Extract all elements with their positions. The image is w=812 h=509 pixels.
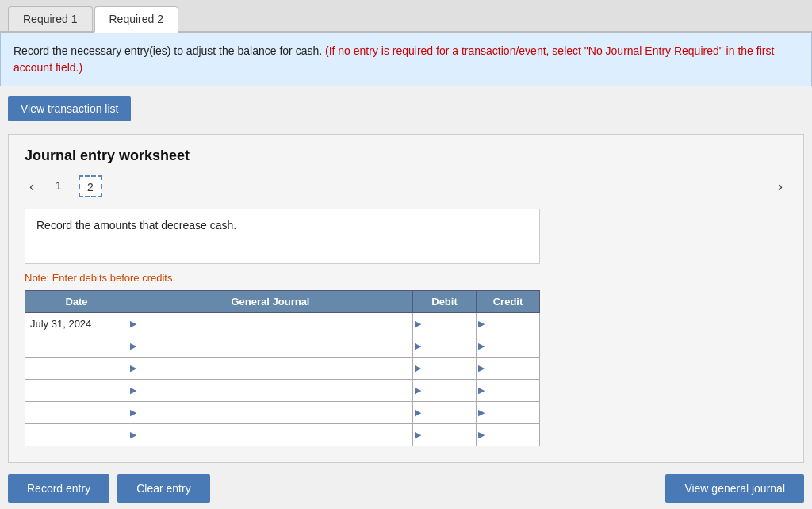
cell-arrow-icon: ▶ xyxy=(413,430,421,440)
journal-input-5[interactable] xyxy=(136,426,412,444)
debit-input-5[interactable] xyxy=(421,426,476,444)
journal-cell-4[interactable]: ▶ xyxy=(128,402,413,424)
cell-arrow-icon: ▶ xyxy=(413,385,421,396)
view-general-journal-button[interactable]: View general journal xyxy=(665,474,804,503)
cell-arrow-icon: ▶ xyxy=(413,363,421,373)
table-row: ▶▶▶ xyxy=(25,424,540,446)
date-cell-0: July 31, 2024 xyxy=(25,313,128,335)
credit-input-0[interactable] xyxy=(485,315,539,333)
journal-input-2[interactable] xyxy=(136,359,412,377)
cell-arrow-icon: ▶ xyxy=(413,408,421,418)
cell-arrow-icon: ▶ xyxy=(477,385,485,396)
journal-input-3[interactable] xyxy=(136,381,412,400)
cell-arrow-icon: ▶ xyxy=(413,319,421,329)
clear-entry-button[interactable]: Clear entry xyxy=(117,474,209,503)
date-cell-3 xyxy=(25,380,128,402)
instructions-main-text: Record the necessary entry(ies) to adjus… xyxy=(13,44,322,57)
debit-cell-4[interactable]: ▶ xyxy=(413,402,477,424)
credit-cell-0[interactable]: ▶ xyxy=(477,313,540,335)
credit-cell-1[interactable]: ▶ xyxy=(477,335,540,358)
tab-required2[interactable]: Required 2 xyxy=(94,6,179,33)
prev-page-arrow[interactable]: ‹ xyxy=(25,177,39,197)
debit-cell-5[interactable]: ▶ xyxy=(413,424,477,446)
tab-required1[interactable]: Required 1 xyxy=(8,6,93,31)
debit-input-1[interactable] xyxy=(421,337,476,355)
credit-input-3[interactable] xyxy=(485,381,539,400)
description-box: Record the amounts that decrease cash. xyxy=(25,209,540,264)
cell-arrow-icon: ▶ xyxy=(477,430,485,440)
tabs-bar: Required 1 Required 2 xyxy=(0,0,812,33)
debit-cell-1[interactable]: ▶ xyxy=(413,335,477,358)
credit-cell-4[interactable]: ▶ xyxy=(477,402,540,424)
credit-cell-3[interactable]: ▶ xyxy=(477,380,540,402)
date-cell-1 xyxy=(25,335,128,358)
cell-arrow-icon: ▶ xyxy=(128,385,136,396)
debit-input-4[interactable] xyxy=(421,404,476,422)
debit-input-0[interactable] xyxy=(421,315,476,333)
worksheet-title: Journal entry worksheet xyxy=(25,147,787,164)
col-header-debit: Debit xyxy=(413,291,477,313)
credit-input-1[interactable] xyxy=(485,337,539,355)
table-row: ▶▶▶ xyxy=(25,402,540,424)
debit-input-3[interactable] xyxy=(421,381,476,400)
nav-row: ‹ 1 2 › xyxy=(25,175,787,197)
page-1[interactable]: 1 xyxy=(47,175,71,197)
journal-cell-0[interactable]: ▶ xyxy=(128,313,413,335)
journal-cell-5[interactable]: ▶ xyxy=(128,424,413,446)
cell-arrow-icon: ▶ xyxy=(477,408,485,418)
cell-arrow-icon: ▶ xyxy=(128,430,136,440)
date-cell-5 xyxy=(25,424,128,446)
next-page-arrow[interactable]: › xyxy=(773,177,787,197)
journal-cell-3[interactable]: ▶ xyxy=(128,380,413,402)
instructions-box: Record the necessary entry(ies) to adjus… xyxy=(0,33,812,86)
journal-input-0[interactable] xyxy=(136,315,412,333)
page-2[interactable]: 2 xyxy=(79,175,102,197)
debit-cell-2[interactable]: ▶ xyxy=(413,358,477,380)
cell-arrow-icon: ▶ xyxy=(128,408,136,418)
cell-arrow-icon: ▶ xyxy=(477,319,485,329)
cell-arrow-icon: ▶ xyxy=(128,319,136,329)
note-text: Note: Enter debits before credits. xyxy=(25,272,787,284)
credit-input-2[interactable] xyxy=(485,359,539,377)
credit-input-4[interactable] xyxy=(485,404,539,422)
debit-cell-3[interactable]: ▶ xyxy=(413,380,477,402)
bottom-buttons: Record entry Clear entry View general jo… xyxy=(8,474,804,503)
journal-cell-1[interactable]: ▶ xyxy=(128,335,413,358)
table-row: ▶▶▶ xyxy=(25,335,540,358)
cell-arrow-icon: ▶ xyxy=(413,341,421,351)
record-entry-button[interactable]: Record entry xyxy=(8,474,109,503)
cell-arrow-icon: ▶ xyxy=(477,363,485,373)
credit-input-5[interactable] xyxy=(485,426,539,444)
table-row: ▶▶▶ xyxy=(25,358,540,380)
col-header-credit: Credit xyxy=(477,291,540,313)
cell-arrow-icon: ▶ xyxy=(128,341,136,351)
credit-cell-2[interactable]: ▶ xyxy=(477,358,540,380)
table-row: July 31, 2024▶▶▶ xyxy=(25,313,540,335)
table-row: ▶▶▶ xyxy=(25,380,540,402)
cell-arrow-icon: ▶ xyxy=(128,363,136,373)
journal-cell-2[interactable]: ▶ xyxy=(128,358,413,380)
debit-input-2[interactable] xyxy=(421,359,476,377)
worksheet-container: Journal entry worksheet ‹ 1 2 › Record t… xyxy=(8,134,804,463)
date-cell-4 xyxy=(25,402,128,424)
journal-input-1[interactable] xyxy=(136,337,412,355)
cell-arrow-icon: ▶ xyxy=(477,341,485,351)
col-header-date: Date xyxy=(25,291,128,313)
debit-cell-0[interactable]: ▶ xyxy=(413,313,477,335)
credit-cell-5[interactable]: ▶ xyxy=(477,424,540,446)
view-transaction-button-wrapper: View transaction list xyxy=(8,96,131,121)
col-header-journal: General Journal xyxy=(128,291,413,313)
view-transaction-button[interactable]: View transaction list xyxy=(8,96,131,121)
date-cell-2 xyxy=(25,358,128,380)
journal-input-4[interactable] xyxy=(136,404,412,422)
journal-table: Date General Journal Debit Credit July 3… xyxy=(25,290,540,446)
